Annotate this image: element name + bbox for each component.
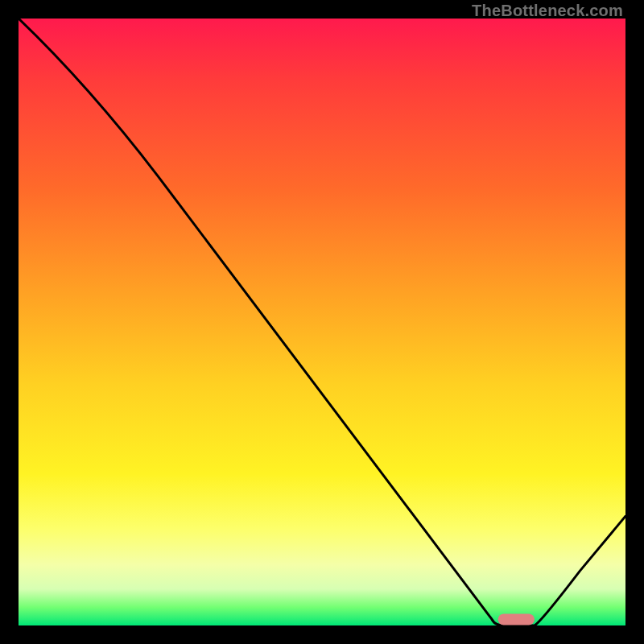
plot-area (19, 19, 625, 625)
attribution-label: TheBottleneck.com (472, 2, 623, 20)
bottleneck-curve (19, 19, 625, 625)
chart-frame: TheBottleneck.com (0, 0, 644, 644)
optimal-marker (498, 613, 535, 625)
curve-layer (19, 19, 625, 625)
